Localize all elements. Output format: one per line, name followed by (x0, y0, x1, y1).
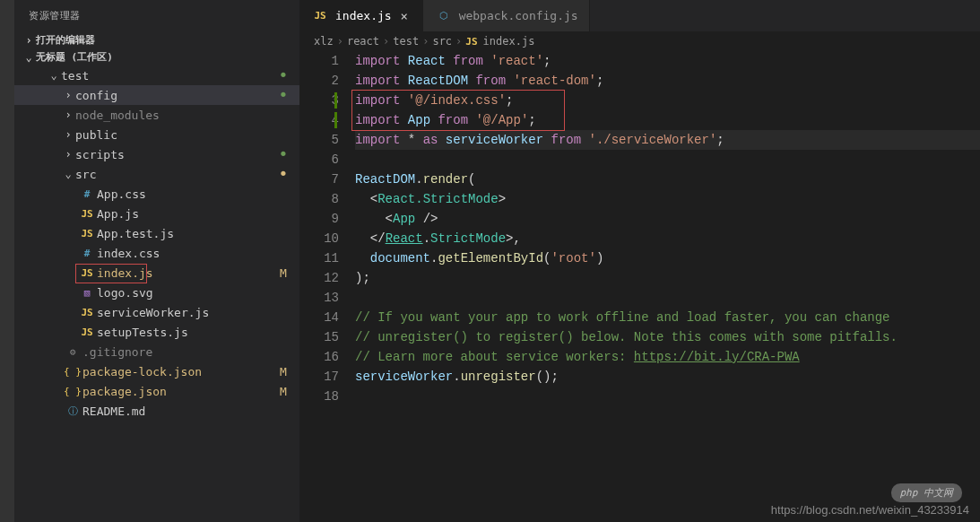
file-tree[interactable]: ⌄ test • › config • › node_modules › pub… (14, 65, 299, 522)
file-readme-md[interactable]: ⓘ README.md (14, 401, 299, 421)
file-index-js[interactable]: JS index.js M (14, 263, 299, 283)
chevron-right-icon: › (22, 34, 36, 47)
chevron-right-icon: › (61, 128, 75, 141)
crumb[interactable]: src (432, 35, 452, 48)
dirty-dot-icon: • (274, 91, 292, 100)
editor-tabs: JS index.js × ⬡ webpack.config.js (299, 0, 980, 31)
folder-label: config (75, 89, 274, 102)
folder-test[interactable]: ⌄ test • (14, 65, 299, 85)
chevron-down-icon: ⌄ (61, 168, 75, 180)
code-content[interactable]: import React from 'react'; import ReactD… (355, 51, 980, 522)
chevron-right-icon: › (455, 35, 462, 48)
tab-label: webpack.config.js (459, 9, 578, 22)
file-package-lock-json[interactable]: { } package-lock.json M (14, 361, 299, 381)
css-icon: # (77, 248, 97, 259)
file-label: index.css (97, 247, 274, 260)
php-badge: php 中文网 (891, 483, 963, 502)
css-icon: # (77, 188, 97, 200)
crumb[interactable]: xlz (314, 35, 334, 48)
crumb[interactable]: index.js (483, 35, 535, 48)
file-label: package-lock.json (82, 365, 274, 378)
file-setup-tests-js[interactable]: JS setupTests.js (14, 322, 299, 342)
editor-main: JS index.js × ⬡ webpack.config.js xlz › … (299, 0, 980, 522)
file-index-css[interactable]: # index.css (14, 243, 299, 263)
folder-label: test (61, 69, 274, 83)
section-label: 无标题 (工作区) (36, 50, 113, 64)
git-icon: ⚙ (63, 346, 82, 358)
chevron-right-icon: › (337, 35, 343, 48)
file-app-test-js[interactable]: JS App.test.js (14, 223, 299, 243)
line-gutter: 1 2 3 4 5 6 7 8 9 10 11 12 13 14 15 16 1… (299, 51, 355, 522)
activity-bar[interactable] (0, 0, 14, 522)
file-label: App.css (97, 187, 274, 201)
section-open-editors[interactable]: › 打开的编辑器 (14, 31, 299, 48)
modified-badge: M (274, 266, 292, 280)
dirty-dot-icon: • (274, 71, 292, 80)
chevron-down-icon: ⌄ (22, 51, 36, 64)
folder-src[interactable]: ⌄ src • (14, 164, 299, 184)
folder-scripts[interactable]: › scripts • (14, 144, 299, 164)
js-icon: JS (77, 267, 97, 279)
js-icon: JS (310, 10, 330, 22)
tab-label: index.js (335, 9, 392, 22)
folder-label: public (75, 128, 274, 142)
file-label: package.json (82, 385, 274, 398)
sidebar-title: 资源管理器 (14, 0, 299, 31)
chevron-right-icon: › (422, 35, 429, 48)
file-label: serviceWorker.js (97, 306, 274, 319)
js-icon: JS (77, 228, 97, 239)
webpack-icon: ⬡ (434, 10, 454, 22)
folder-public[interactable]: › public (14, 125, 299, 144)
explorer-sidebar: 资源管理器 › 打开的编辑器 ⌄ 无标题 (工作区) ⌄ test • › co… (14, 0, 299, 522)
chevron-down-icon: ⌄ (47, 69, 61, 82)
file-label: .gitignore (82, 345, 274, 359)
file-label: setupTests.js (97, 326, 274, 339)
file-service-worker-js[interactable]: JS serviceWorker.js (14, 302, 299, 322)
crumb[interactable]: react (347, 35, 379, 48)
file-label: App.js (97, 207, 274, 221)
close-icon[interactable]: × (397, 9, 412, 23)
file-gitignore[interactable]: ⚙ .gitignore (14, 342, 299, 361)
breadcrumbs[interactable]: xlz › react › test › src › JS index.js (299, 31, 980, 51)
info-icon: ⓘ (63, 405, 82, 418)
dirty-dot-icon: • (274, 150, 292, 159)
folder-label: src (75, 168, 274, 181)
folder-config[interactable]: › config • (14, 85, 299, 105)
js-icon: JS (465, 36, 477, 48)
section-label: 打开的编辑器 (36, 33, 95, 47)
code-editor[interactable]: 1 2 3 4 5 6 7 8 9 10 11 12 13 14 15 16 1… (299, 51, 980, 522)
file-label: logo.svg (97, 286, 274, 300)
tab-index-js[interactable]: JS index.js × (299, 0, 423, 31)
file-label: index.js (97, 266, 274, 280)
chevron-right-icon: › (61, 89, 75, 101)
file-logo-svg[interactable]: ▧ logo.svg (14, 283, 299, 302)
dirty-dot-icon: • (274, 170, 292, 178)
tab-webpack-config[interactable]: ⬡ webpack.config.js (423, 0, 590, 31)
folder-label: scripts (75, 148, 274, 161)
modified-badge: M (274, 385, 292, 398)
section-workspace[interactable]: ⌄ 无标题 (工作区) (14, 48, 299, 65)
file-app-css[interactable]: # App.css (14, 184, 299, 204)
file-package-json[interactable]: { } package.json M (14, 381, 299, 401)
js-icon: JS (77, 307, 97, 318)
file-label: App.test.js (97, 227, 274, 240)
crumb[interactable]: test (393, 35, 419, 48)
watermark: https://blog.csdn.net/weixin_43233914 (771, 503, 969, 517)
json-icon: { } (63, 366, 82, 378)
svg-icon: ▧ (77, 287, 97, 299)
chevron-right-icon: › (383, 35, 389, 48)
chevron-right-icon: › (61, 109, 75, 121)
js-icon: JS (77, 326, 97, 338)
folder-label: node_modules (75, 109, 274, 122)
js-icon: JS (77, 208, 97, 220)
chevron-right-icon: › (61, 148, 75, 161)
json-icon: { } (63, 386, 82, 397)
file-app-js[interactable]: JS App.js (14, 204, 299, 223)
modified-badge: M (274, 365, 292, 378)
file-label: README.md (82, 405, 274, 418)
folder-node-modules[interactable]: › node_modules (14, 105, 299, 125)
